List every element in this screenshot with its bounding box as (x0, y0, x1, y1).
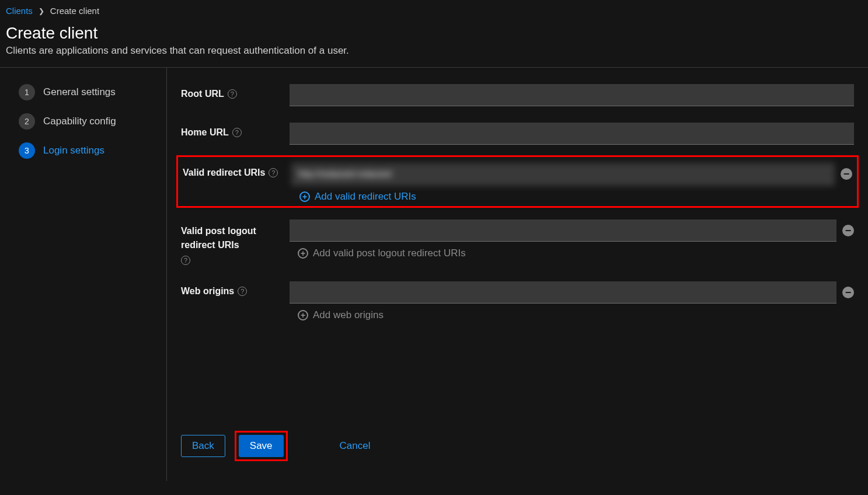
step-general-settings[interactable]: 1 General settings (19, 84, 166, 100)
minus-icon: − (845, 287, 852, 298)
help-icon[interactable]: ? (228, 89, 237, 99)
save-button[interactable]: Save (239, 435, 284, 457)
step-number: 1 (19, 84, 35, 100)
help-icon[interactable]: ? (238, 287, 247, 296)
label-post-logout: Valid post logout redirect URIs (181, 224, 290, 252)
page-title: Create client (6, 24, 862, 43)
home-url-input[interactable] (290, 123, 854, 145)
minus-icon: − (845, 225, 852, 236)
breadcrumb-clients-link[interactable]: Clients (6, 6, 33, 16)
post-logout-input[interactable] (290, 219, 836, 242)
step-label: General settings (43, 86, 116, 98)
add-web-origins-link[interactable]: + Add web origins (298, 309, 854, 321)
remove-web-origin-button[interactable]: − (842, 287, 854, 298)
help-icon[interactable]: ? (269, 168, 278, 177)
valid-redirect-highlight: Valid redirect URIs ? − + Add valid redi… (176, 155, 859, 208)
web-origins-input[interactable] (290, 281, 836, 304)
breadcrumb: Clients ❯ Create client (6, 6, 862, 16)
label-root-url: Root URL (181, 89, 224, 99)
chevron-right-icon: ❯ (39, 7, 44, 15)
add-valid-redirect-label: Add valid redirect URIs (315, 191, 416, 203)
label-home-url: Home URL (181, 127, 229, 138)
wizard-steps: 1 General settings 2 Capability config 3… (0, 68, 167, 481)
back-button[interactable]: Back (181, 435, 225, 457)
page-subtitle: Clients are applications and services th… (6, 45, 862, 57)
step-login-settings[interactable]: 3 Login settings (19, 142, 166, 159)
remove-redirect-button[interactable]: − (841, 168, 852, 180)
save-highlight: Save (235, 431, 288, 461)
row-root-url: Root URL ? (181, 84, 854, 106)
step-number: 3 (19, 142, 35, 159)
help-icon[interactable]: ? (181, 256, 190, 265)
row-home-url: Home URL ? (181, 123, 854, 145)
add-post-logout-label: Add valid post logout redirect URIs (313, 248, 466, 259)
root-url-input[interactable] (290, 84, 854, 106)
step-number: 2 (19, 113, 35, 130)
cancel-button[interactable]: Cancel (329, 435, 382, 457)
step-capability-config[interactable]: 2 Capability config (19, 113, 166, 130)
plus-circle-icon: + (299, 191, 310, 202)
label-valid-redirect: Valid redirect URIs (183, 168, 265, 178)
step-label: Login settings (43, 145, 104, 156)
label-web-origins: Web origins (181, 286, 234, 297)
row-web-origins: Web origins ? − + Add web origins (181, 281, 854, 321)
footer-buttons: Back Save Cancel (181, 431, 381, 461)
plus-circle-icon: + (298, 310, 308, 320)
breadcrumb-current: Create client (50, 6, 99, 16)
add-valid-redirect-link[interactable]: + Add valid redirect URIs (299, 191, 852, 203)
step-label: Capability config (43, 116, 116, 127)
add-web-origins-label: Add web origins (313, 309, 384, 321)
valid-redirect-input[interactable] (291, 163, 835, 185)
row-post-logout: Valid post logout redirect URIs ? − + Ad… (181, 219, 854, 265)
help-icon[interactable]: ? (232, 128, 242, 137)
minus-icon: − (843, 169, 850, 179)
add-post-logout-link[interactable]: + Add valid post logout redirect URIs (298, 248, 854, 259)
plus-circle-icon: + (298, 248, 308, 259)
remove-post-logout-button[interactable]: − (842, 225, 854, 236)
